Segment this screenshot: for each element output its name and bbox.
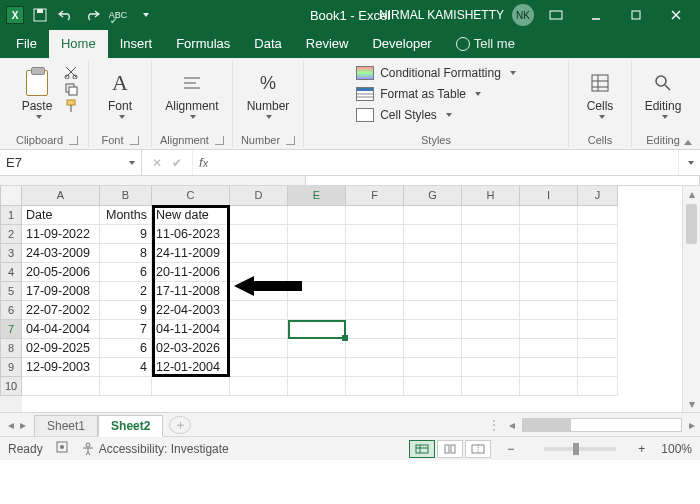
cell-H7[interactable] [462,320,520,339]
cell-C4[interactable]: 20-11-2006 [152,263,230,282]
cell-G2[interactable] [404,225,462,244]
enter-formula-icon[interactable]: ✔ [172,156,182,170]
cell-F6[interactable] [346,301,404,320]
cell-E6[interactable] [288,301,346,320]
zoom-level[interactable]: 100% [661,442,692,456]
zoom-in-button[interactable]: + [634,442,649,456]
cell-B5[interactable]: 2 [100,282,152,301]
cell-C8[interactable]: 02-03-2026 [152,339,230,358]
sheet-tab-sheet2[interactable]: Sheet2 [98,415,163,437]
spellcheck-icon[interactable]: ABC✔ [108,5,128,25]
cell-A3[interactable]: 24-03-2009 [22,244,100,263]
cell-A1[interactable]: Date [22,206,100,225]
cell-F2[interactable] [346,225,404,244]
cell-C3[interactable]: 24-11-2009 [152,244,230,263]
cell-J9[interactable] [578,358,618,377]
tab-file[interactable]: File [4,30,49,58]
cell-H5[interactable] [462,282,520,301]
cell-G4[interactable] [404,263,462,282]
cell-B1[interactable]: Months [100,206,152,225]
formula-input[interactable] [208,150,678,175]
cell-I5[interactable] [520,282,578,301]
alignment-button[interactable]: Alignment [162,62,222,126]
font-button[interactable]: AFont [97,62,143,126]
tab-data[interactable]: Data [242,30,293,58]
minimize-button[interactable] [578,0,614,30]
cell-I6[interactable] [520,301,578,320]
cell-E9[interactable] [288,358,346,377]
cell-A10[interactable] [22,377,100,396]
cell-G9[interactable] [404,358,462,377]
cell-I1[interactable] [520,206,578,225]
expand-formula-bar-icon[interactable] [678,150,700,175]
cell-F7[interactable] [346,320,404,339]
cell-H3[interactable] [462,244,520,263]
name-box[interactable]: E7 [0,150,142,175]
clipboard-launcher-icon[interactable] [69,136,78,145]
cell-J5[interactable] [578,282,618,301]
cell-G5[interactable] [404,282,462,301]
normal-view-button[interactable] [409,440,435,458]
cell-A5[interactable]: 17-09-2008 [22,282,100,301]
number-launcher-icon[interactable] [286,136,295,145]
zoom-slider[interactable] [536,447,616,451]
row-header-2[interactable]: 2 [0,225,22,244]
close-button[interactable] [658,0,694,30]
alignment-launcher-icon[interactable] [215,136,224,145]
column-header-A[interactable]: A [22,186,100,206]
cell-C7[interactable]: 04-11-2004 [152,320,230,339]
tell-me[interactable]: Tell me [444,30,527,58]
tab-split-handle[interactable]: ⋮ [484,418,504,432]
cell-D3[interactable] [230,244,288,263]
column-header-E[interactable]: E [288,186,346,206]
cell-B9[interactable]: 4 [100,358,152,377]
column-header-C[interactable]: C [152,186,230,206]
ribbon-display-icon[interactable] [538,0,574,30]
accessibility-status[interactable]: Accessibility: Investigate [81,442,229,456]
cell-D4[interactable] [230,263,288,282]
cell-D8[interactable] [230,339,288,358]
tab-developer[interactable]: Developer [360,30,443,58]
cell-H1[interactable] [462,206,520,225]
cell-G10[interactable] [404,377,462,396]
cell-J1[interactable] [578,206,618,225]
macro-record-icon[interactable] [55,440,69,457]
cell-D1[interactable] [230,206,288,225]
cell-H10[interactable] [462,377,520,396]
undo-icon[interactable] [56,5,76,25]
copy-icon[interactable] [64,82,80,96]
column-header-F[interactable]: F [346,186,404,206]
cell-I2[interactable] [520,225,578,244]
row-header-9[interactable]: 9 [0,358,22,377]
cell-F4[interactable] [346,263,404,282]
cell-J10[interactable] [578,377,618,396]
new-sheet-button[interactable]: ＋ [169,416,191,434]
cell-G8[interactable] [404,339,462,358]
zoom-out-button[interactable]: − [503,442,518,456]
editing-button[interactable]: Editing [640,62,686,126]
tab-formulas[interactable]: Formulas [164,30,242,58]
cell-E4[interactable] [288,263,346,282]
cell-C6[interactable]: 22-04-2003 [152,301,230,320]
cut-icon[interactable] [64,65,80,79]
format-painter-icon[interactable] [64,99,80,113]
column-header-J[interactable]: J [578,186,618,206]
column-header-H[interactable]: H [462,186,520,206]
cell-C5[interactable]: 17-11-2008 [152,282,230,301]
cell-A6[interactable]: 22-07-2002 [22,301,100,320]
vertical-scroll-thumb[interactable] [686,204,697,244]
redo-icon[interactable] [82,5,102,25]
cell-J6[interactable] [578,301,618,320]
qat-customize-icon[interactable] [134,5,154,25]
name-box-dropdown-icon[interactable] [129,161,135,165]
scroll-up-icon[interactable]: ▴ [683,186,700,202]
scroll-down-icon[interactable]: ▾ [683,396,700,412]
page-layout-view-button[interactable] [437,440,463,458]
row-header-1[interactable]: 1 [0,206,22,225]
cell-I7[interactable] [520,320,578,339]
cell-D2[interactable] [230,225,288,244]
cell-H4[interactable] [462,263,520,282]
cell-E1[interactable] [288,206,346,225]
cell-C10[interactable] [152,377,230,396]
cell-B6[interactable]: 9 [100,301,152,320]
